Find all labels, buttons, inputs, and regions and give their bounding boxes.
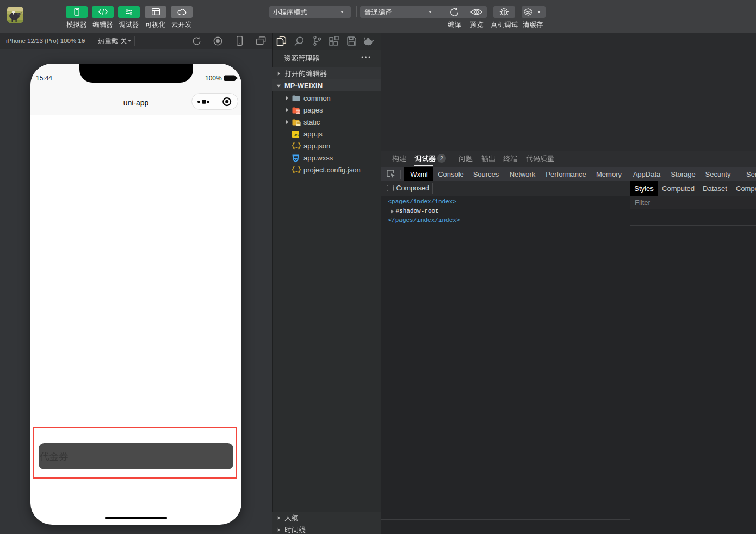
svg-text:<>: <> xyxy=(296,110,300,113)
svg-text:JS: JS xyxy=(294,133,299,137)
